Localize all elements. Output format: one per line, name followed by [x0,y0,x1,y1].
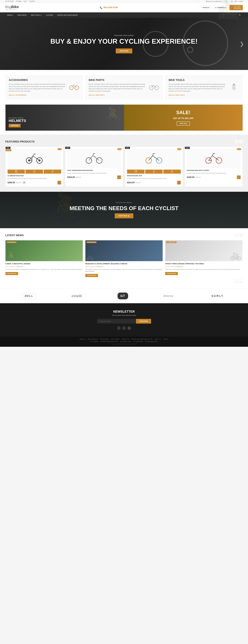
footer-credit-slips[interactable]: MY CREDIT SLIPS [120,341,131,342]
wishlist-label: WISHLIST [203,7,210,8]
heart-icon: ♡ [201,7,202,8]
footer-personal-info[interactable]: MY PERSONAL INFO [145,341,158,342]
contact-link[interactable]: CONTACT [29,1,35,2]
footer-my-orders[interactable]: MY ORDERS [90,341,98,342]
featured-title-row: FEATURED PRODUCTS ‹ › [5,140,243,144]
svg-line-32 [152,154,154,156]
helmets-banner-text: New collection of helmets HELMETS SHOP N… [9,117,26,128]
accessories-link[interactable]: SEE ALL ACCESSORIES [9,94,26,96]
svg-line-3 [74,85,77,88]
arrow-icon-3: ▶ [95,275,96,276]
my-account-link[interactable]: MY ACCOUNT [5,1,14,2]
svg-line-31 [152,156,159,160]
product-card-3: NEW -20% 776 DAYS 12 H [125,147,183,186]
add-to-cart-button-3[interactable]: 🛒 [177,181,181,184]
twitter-social-icon[interactable]: t [122,326,126,330]
read-more-button-3[interactable]: READ MORE ▶ [165,272,178,275]
bike-parts-link[interactable]: SEE ALL BIKE PARTS [89,94,105,96]
footer-new-products[interactable]: NEW PRODUCTS [88,338,98,340]
footer-specials[interactable]: SPECIALS [80,338,86,340]
footer-about-us[interactable]: ABOUT US [154,338,161,340]
footer-merchandise[interactable]: MY MERCHANDISE RETURNS [100,341,118,342]
phone-icon: 📞 800-2345-6789 [100,6,118,9]
countdown-min-3: 02 MIN [163,170,181,174]
footer-addresses[interactable]: MY ADDRESSES [133,341,143,342]
banner-section: 🚴 New collection of helmets HELMETS SHOP… [0,104,248,134]
footer-sitemap[interactable]: SITEMAP [163,338,168,340]
footer-top-sellers[interactable]: TOP SELLERS [100,338,109,340]
hero-shop-now-button[interactable]: SHOP NOW [116,48,132,54]
sale-sub: GET UP TO 20% OFF [173,117,194,120]
sitemap-link[interactable]: SITEMAP [16,1,22,2]
read-more-button-1[interactable]: READ MORE ▶ [6,272,18,275]
nav-bike-parts[interactable]: BIKE PARTS [16,12,29,18]
cyclist-shop-button[interactable]: SHOP NOW ▶ [115,213,133,218]
blog-link[interactable]: BLOG [24,1,27,2]
price-new-4: $340.00 [187,176,194,178]
footer-contact-us[interactable]: CONTACT US [122,338,130,340]
footer-sub-links: MY ORDERS MY MERCHANDISE RETURNS MY CRED… [5,341,243,342]
logo-sub: 7 days a week service [5,9,19,10]
svg-line-23 [89,156,93,160]
chevron-down-icon: ▾ [12,14,14,16]
add-to-cart-button-4[interactable]: 🛒 [237,176,240,179]
brands-grid: BELL cinelli GT Electra SURLY [6,292,243,299]
news-desc-1: The latest technological and startup tip… [6,268,83,270]
add-to-cart-button-1[interactable]: 🛒 [58,181,61,184]
badge-new-4: NEW [185,147,190,149]
bike-tools-link[interactable]: SEE ALL BIKE TOOLS [169,94,185,96]
product-desc-1: Do you remember what it is like to be cr… [8,178,61,180]
gplus-social-icon[interactable]: G+ [127,326,131,330]
hero-next-arrow[interactable]: ❯ [240,41,244,47]
header-center: 📞 800-2345-6789 [100,6,118,9]
price-new-3: $264.00 [127,182,134,184]
footer-terms[interactable]: TERMS AND CONDITIONS OF USE [132,338,152,340]
add-to-cart-button-2[interactable]: 🛒 [117,176,121,179]
social-icons: f t G+ [5,326,243,330]
brand-electra[interactable]: Electra [161,293,176,299]
bike-parts-image [149,83,159,91]
helmets-banner: 🚴 New collection of helmets HELMETS SHOP… [6,104,124,131]
helmets-title: HELMETS [9,119,26,123]
svg-line-24 [93,156,99,160]
news-bottom-next-button[interactable]: › [239,280,243,283]
nav-bikes[interactable]: BIKES ▾ [5,12,16,18]
logo[interactable]: BigBike 7 days a week service [5,5,19,10]
footer-our-stories[interactable]: OUR STORIES [111,338,119,340]
news-title-3: FRONT FORKS DESIGN APPROVED: PICTURES [165,263,242,265]
product-settings-button-1[interactable]: ⚙ [22,181,26,184]
brand-gt[interactable]: GT [118,292,128,299]
featured-prev-button[interactable]: ‹ [235,140,238,144]
brand-cinelli[interactable]: cinelli [69,293,84,299]
badge-new-3: NEW [125,147,130,149]
product-price-row-2: $264.00 $320.00 🛒 [67,176,121,179]
product-card-1: NEW SALE! -10% 807 [6,147,63,186]
news-card-3: CLASSIC BIKES 🚲 FRONT FORKS DESIGN APPRO… [165,240,242,277]
news-next-button[interactable]: › [239,234,243,237]
nav-hooks[interactable]: HOOKS AND HANDLEBARS [55,12,80,18]
product-image-4 [187,149,240,168]
featured-next-button[interactable]: › [239,140,243,144]
brand-bell[interactable]: BELL [22,293,36,299]
svg-rect-10 [233,84,234,85]
sale-shop-button[interactable]: SHOP SALE [177,122,190,126]
nav-clothes[interactable]: CLOTHES [44,12,55,18]
svg-line-30 [149,156,152,160]
news-prev-button[interactable]: ‹ [235,234,238,237]
news-date-2: OCT 15, 2014 [85,266,94,268]
news-meta-3: OCT 15, 2014 | 0 COMMENTS [165,266,242,268]
nav-bike-tools[interactable]: BIKE TOOLS ▾ [29,12,44,18]
news-title-row: LATEST NEWS ‹ › [5,234,243,237]
brand-surly[interactable]: SURLY [209,293,226,299]
read-more-button-2[interactable]: READ MORE ▶ [85,274,98,277]
helmets-shop-now-button[interactable]: SHOP NOW [9,124,20,128]
bike-parts-desc: Do you remember what it is like to be cr… [89,83,148,92]
newsletter-subscribe-button[interactable]: SUBSCRIBE [136,319,151,324]
header: BigBike 7 days a week service 📞 800-2345… [0,3,248,12]
newsletter-email-input[interactable] [97,319,136,324]
news-bottom-nav: ‹ › [5,280,243,283]
news-date-1: OCT 15, 2014 [6,266,14,268]
wishlist-button[interactable]: ♡ WISHLIST [199,6,212,10]
facebook-social-icon[interactable]: f [117,326,121,330]
news-bottom-prev-button[interactable]: ‹ [235,280,238,283]
